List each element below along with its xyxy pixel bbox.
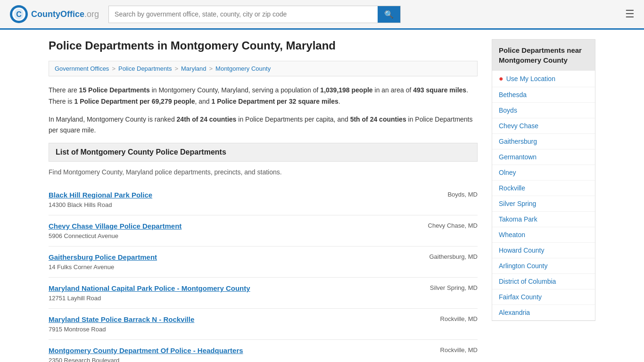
logo-link[interactable]: C CountyOffice.org [9, 5, 99, 24]
dept-address: 2350 Research Boulevard [49, 357, 119, 362]
dept-address: 14300 Black Hills Road [49, 201, 112, 208]
sidebar: Police Departments near Montgomery Count… [492, 39, 595, 362]
dept-location: Boyds, MD [447, 191, 478, 198]
description-2: In Maryland, Montgomery County is ranked… [49, 114, 478, 137]
dept-location: Silver Spring, MD [430, 284, 478, 291]
sidebar-county-link[interactable]: District of Columbia [492, 274, 595, 289]
dept-count: 15 Police Departments [79, 86, 150, 94]
use-location-label: Use My Location [506, 75, 555, 82]
use-location-link[interactable]: ● Use My Location [492, 71, 595, 87]
logo-text: CountyOffice.org [31, 9, 99, 19]
dept-location: Rockville, MD [440, 346, 478, 354]
section-desc: Find Montgomery County, Maryland police … [49, 168, 478, 176]
department-item: Montgomery County Department Of Police -… [49, 340, 478, 362]
dept-location: Gaithersburg, MD [429, 253, 478, 260]
dept-name-link[interactable]: Maryland National Capital Park Police - … [49, 284, 421, 292]
dept-info: Black Hill Regional Park Police 14300 Bl… [49, 191, 438, 208]
dept-address: 14 Fulks Corner Avenue [49, 263, 114, 271]
per-sqmile: 1 Police Department per 32 square miles [212, 98, 339, 105]
department-item: Maryland National Capital Park Police - … [49, 278, 478, 309]
department-item: Black Hill Regional Park Police 14300 Bl… [49, 184, 478, 215]
sidebar-city-link[interactable]: Gaithersburg [492, 134, 595, 149]
sidebar-counties: Howard CountyArlington CountyDistrict of… [492, 243, 595, 321]
population: 1,039,198 people [320, 86, 372, 94]
search-bar: 🔍 [108, 6, 401, 23]
sidebar-city-link[interactable]: Silver Spring [492, 196, 595, 212]
sidebar-title: Police Departments near Montgomery Count… [492, 40, 595, 71]
department-item: Chevy Chase Village Police Department 59… [49, 215, 478, 247]
breadcrumb-montgomery[interactable]: Montgomery County [215, 65, 271, 72]
breadcrumb-sep-1: > [112, 65, 116, 72]
breadcrumb-sep-2: > [174, 65, 178, 72]
dept-name-link[interactable]: Chevy Chase Village Police Department [49, 222, 419, 230]
dept-info: Chevy Chase Village Police Department 59… [49, 222, 419, 239]
logo-icon: C [9, 5, 28, 24]
sidebar-city-link[interactable]: Takoma Park [492, 212, 595, 227]
sidebar-city-link[interactable]: Chevy Chase [492, 118, 595, 134]
dept-info: Gaithersburg Police Department 14 Fulks … [49, 253, 420, 271]
main-content: Police Departments in Montgomery County,… [49, 39, 478, 362]
dept-info: Maryland National Capital Park Police - … [49, 284, 421, 302]
dept-location: Chevy Chase, MD [428, 222, 478, 229]
breadcrumb-sep-3: > [209, 65, 213, 72]
breadcrumb: Government Offices > Police Departments … [49, 61, 478, 76]
sidebar-county-link[interactable]: Alexandria [492, 305, 595, 321]
svg-text:C: C [16, 10, 22, 18]
sidebar-city-link[interactable]: Wheaton [492, 227, 595, 243]
dept-location: Rockville, MD [440, 315, 478, 322]
dept-name-link[interactable]: Gaithersburg Police Department [49, 253, 420, 261]
department-item: Maryland State Police Barrack N - Rockvi… [49, 309, 478, 340]
location-pin-icon: ● [499, 74, 504, 83]
per-capita: 1 Police Department per 69,279 people [74, 98, 195, 105]
dept-address: 5906 Connecticut Avenue [49, 232, 118, 239]
dept-name-link[interactable]: Montgomery County Department Of Police -… [49, 346, 431, 354]
dept-address: 12751 Layhill Road [49, 295, 101, 302]
search-input[interactable] [109, 7, 378, 22]
rank-capita: 24th of 24 counties [177, 115, 237, 123]
dept-info: Maryland State Police Barrack N - Rockvi… [49, 315, 431, 333]
menu-button[interactable]: ☰ [625, 9, 635, 19]
breadcrumb-maryland[interactable]: Maryland [181, 65, 206, 72]
search-icon: 🔍 [384, 10, 394, 18]
list-section-header: List of Montgomery County Police Departm… [49, 143, 478, 162]
dept-info: Montgomery County Department Of Police -… [49, 346, 431, 362]
dept-name-link[interactable]: Black Hill Regional Park Police [49, 191, 438, 199]
sidebar-city-link[interactable]: Boyds [492, 103, 595, 118]
dept-name-link[interactable]: Maryland State Police Barrack N - Rockvi… [49, 315, 431, 323]
sidebar-county-link[interactable]: Fairfax County [492, 289, 595, 305]
hamburger-icon: ☰ [625, 8, 635, 20]
rank-sqmile: 5th of 24 counties [350, 115, 406, 123]
department-item: Gaithersburg Police Department 14 Fulks … [49, 247, 478, 278]
sidebar-county-link[interactable]: Arlington County [492, 258, 595, 274]
description-1: There are 15 Police Departments in Montg… [49, 85, 478, 107]
breadcrumb-police-depts[interactable]: Police Departments [118, 65, 172, 72]
sidebar-city-link[interactable]: Germantown [492, 149, 595, 165]
search-button[interactable]: 🔍 [378, 6, 400, 23]
site-header: C CountyOffice.org 🔍 ☰ [0, 0, 644, 30]
sidebar-city-link[interactable]: Rockville [492, 181, 595, 196]
page-wrap: Police Departments in Montgomery County,… [39, 30, 605, 362]
sidebar-city-link[interactable]: Olney [492, 165, 595, 181]
area: 493 square miles [413, 86, 466, 94]
dept-address: 7915 Montrose Road [49, 326, 106, 333]
department-list: Black Hill Regional Park Police 14300 Bl… [49, 184, 478, 362]
page-title: Police Departments in Montgomery County,… [49, 39, 478, 52]
breadcrumb-gov-offices[interactable]: Government Offices [55, 65, 109, 72]
sidebar-county-link[interactable]: Howard County [492, 243, 595, 258]
sidebar-city-link[interactable]: Bethesda [492, 87, 595, 103]
sidebar-box: Police Departments near Montgomery Count… [492, 39, 595, 321]
sidebar-cities: BethesdaBoydsChevy ChaseGaithersburgGerm… [492, 87, 595, 243]
